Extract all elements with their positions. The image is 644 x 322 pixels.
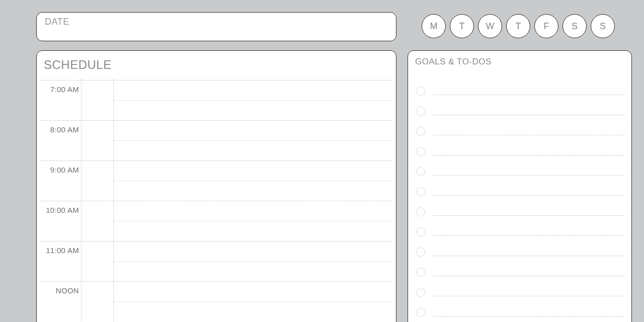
weekday-friday[interactable]: F xyxy=(534,14,558,38)
todo-line[interactable] xyxy=(433,188,624,196)
todo-row xyxy=(415,262,624,282)
schedule-row[interactable]: 10:00 AM xyxy=(41,201,392,241)
weekday-label: M xyxy=(430,21,438,32)
weekday-label: S xyxy=(600,21,606,32)
todo-checkbox-icon[interactable] xyxy=(416,87,425,96)
todo-checkbox-icon[interactable] xyxy=(416,167,425,176)
todo-checkbox-icon[interactable] xyxy=(416,107,425,116)
weekday-saturday[interactable]: S xyxy=(562,14,587,38)
todo-line[interactable] xyxy=(433,107,624,115)
todo-checkbox-icon[interactable] xyxy=(416,207,425,216)
todo-checkbox-icon[interactable] xyxy=(416,288,425,297)
goals-list xyxy=(415,81,624,322)
todo-checkbox-icon[interactable] xyxy=(416,248,425,257)
todo-row xyxy=(415,81,624,101)
schedule-title: SCHEDULE xyxy=(37,58,396,72)
todo-line[interactable] xyxy=(433,168,624,176)
schedule-row[interactable]: 11:00 AM xyxy=(41,241,392,281)
todo-row xyxy=(415,242,624,262)
goals-title: GOALS & TO-DOS xyxy=(415,57,624,67)
todo-row xyxy=(415,162,624,182)
planner-page: DATE M T W T F S S SCHEDULE 7:00 AM8:00 … xyxy=(0,0,644,322)
todo-line[interactable] xyxy=(433,308,624,316)
todo-checkbox-icon[interactable] xyxy=(416,187,425,196)
todo-line[interactable] xyxy=(433,208,624,216)
schedule-time-label: 10:00 AM xyxy=(41,201,79,241)
weekday-label: T xyxy=(459,21,465,32)
todo-line[interactable] xyxy=(433,248,624,256)
todo-checkbox-icon[interactable] xyxy=(416,268,425,277)
todo-row xyxy=(415,182,624,202)
todo-row xyxy=(415,222,624,242)
todo-checkbox-icon[interactable] xyxy=(416,308,425,317)
todo-line[interactable] xyxy=(433,268,624,276)
schedule-time-label: 7:00 AM xyxy=(41,80,79,120)
todo-line[interactable] xyxy=(433,228,624,236)
todo-row xyxy=(415,121,624,141)
todo-row xyxy=(415,101,624,121)
weekday-monday[interactable]: M xyxy=(422,14,446,38)
goals-panel: GOALS & TO-DOS xyxy=(408,50,632,322)
todo-line[interactable] xyxy=(433,147,624,155)
todo-checkbox-icon[interactable] xyxy=(416,227,425,236)
weekday-label: W xyxy=(486,21,495,32)
schedule-time-label: 9:00 AM xyxy=(41,160,79,201)
todo-line[interactable] xyxy=(433,288,624,296)
schedule-row[interactable]: 9:00 AM xyxy=(41,160,392,201)
todo-line[interactable] xyxy=(433,127,624,135)
weekday-sunday[interactable]: S xyxy=(591,14,615,38)
weekday-label: F xyxy=(544,21,549,32)
date-label: DATE xyxy=(45,17,388,27)
weekday-label: T xyxy=(516,21,521,32)
schedule-grid: 7:00 AM8:00 AM9:00 AM10:00 AM11:00 AMNOO… xyxy=(37,80,396,321)
todo-line[interactable] xyxy=(433,87,624,95)
weekday-wednesday[interactable]: W xyxy=(478,14,502,38)
todo-row xyxy=(415,141,624,162)
date-box[interactable]: DATE xyxy=(36,12,396,41)
weekday-label: S xyxy=(572,21,578,32)
schedule-row[interactable]: NOON xyxy=(41,281,392,321)
schedule-time-label: NOON xyxy=(41,281,79,321)
schedule-row[interactable]: 8:00 AM xyxy=(41,120,392,160)
todo-row xyxy=(415,282,624,302)
todo-row xyxy=(415,202,624,222)
schedule-time-label: 11:00 AM xyxy=(41,241,79,281)
todo-row xyxy=(415,302,624,322)
weekday-thursday[interactable]: T xyxy=(506,14,530,38)
schedule-panel: SCHEDULE 7:00 AM8:00 AM9:00 AM10:00 AM11… xyxy=(36,50,396,322)
weekday-tuesday[interactable]: T xyxy=(450,14,474,38)
weekday-row: M T W T F S S xyxy=(422,14,615,38)
schedule-time-label: 8:00 AM xyxy=(41,120,79,160)
todo-checkbox-icon[interactable] xyxy=(416,147,425,156)
schedule-row[interactable]: 7:00 AM xyxy=(41,80,392,120)
todo-checkbox-icon[interactable] xyxy=(416,127,425,136)
